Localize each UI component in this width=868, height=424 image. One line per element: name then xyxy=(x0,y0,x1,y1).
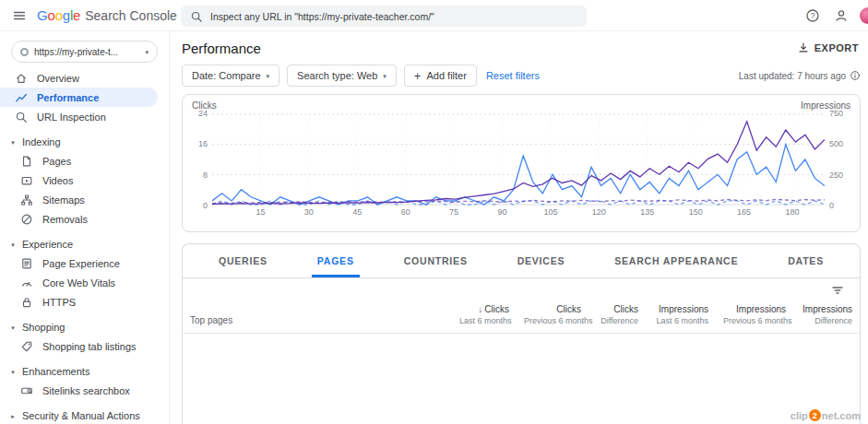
sidebar-item-sitemaps[interactable]: Sitemaps xyxy=(0,190,158,209)
sidebar-item-page-experience[interactable]: Page Experience xyxy=(0,253,158,273)
download-icon xyxy=(797,41,810,54)
tab-pages[interactable]: PAGES xyxy=(312,244,360,277)
sidebar-section-indexing[interactable]: ▾Indexing xyxy=(0,133,169,151)
column-header-impressions-previous-6-months[interactable]: ImpressionsPrevious 6 months xyxy=(716,302,793,334)
sitemaps-icon xyxy=(20,194,33,206)
lock-icon xyxy=(20,296,33,309)
sidebar-item-pages[interactable]: Pages xyxy=(0,151,158,171)
sort-descending-icon[interactable]: ↓ xyxy=(478,304,482,314)
info-icon[interactable] xyxy=(850,70,861,81)
x-tick-label: 90 xyxy=(498,207,507,217)
filter-chip-search-type-web[interactable]: Search type: Web▾ xyxy=(287,65,397,87)
metric-cell: 135 xyxy=(589,334,646,424)
chart-body: 241680 7505002500 xyxy=(192,113,850,206)
sidebar-section-experience[interactable]: ▾Experience xyxy=(0,235,169,253)
y-tick-label: 250 xyxy=(829,171,843,180)
sidebar-section-enhancements[interactable]: ▾Enhancements xyxy=(0,362,169,381)
chip-label: Date: Compare xyxy=(192,70,261,81)
table-toolbar xyxy=(183,278,860,302)
sidebar-item-overview[interactable]: Overview xyxy=(0,68,158,88)
performance-chart[interactable] xyxy=(212,113,825,206)
column-header-clicks-difference[interactable]: ClicksDifference xyxy=(589,302,646,334)
dimension-tabs: QUERIESPAGESCOUNTRIESDEVICESSEARCH APPEA… xyxy=(183,244,860,278)
sidebar-item-removals[interactable]: Removals xyxy=(0,209,158,229)
x-tick-label: 60 xyxy=(401,207,410,217)
column-header-top-pages[interactable]: Top pages xyxy=(183,302,452,334)
clip2net-watermark: clip2net.com xyxy=(791,409,861,421)
y-tick-label: 24 xyxy=(198,109,208,118)
sidebar-section-label: Indexing xyxy=(22,136,61,147)
performance-table-card: QUERIESPAGESCOUNTRIESDEVICESSEARCH APPEA… xyxy=(182,243,861,424)
search-input[interactable] xyxy=(210,11,577,22)
table-filter-icon[interactable] xyxy=(830,283,845,298)
sidebar-item-videos[interactable]: Videos xyxy=(0,171,158,190)
account-settings-button[interactable] xyxy=(831,6,851,26)
app-logo[interactable]: Google Search Console xyxy=(37,7,177,23)
metric-cell: 160 xyxy=(452,334,517,424)
sidebar-item-label: Overview xyxy=(37,73,79,84)
table-row[interactable]: https://my-private-teacher.com/160251351… xyxy=(183,334,860,424)
column-header-impressions-difference[interactable]: ImpressionsDifference xyxy=(793,302,860,334)
tab-countries[interactable]: COUNTRIES xyxy=(398,244,473,277)
tab-dates[interactable]: DATES xyxy=(782,244,829,277)
sidebar-item-core-web-vitals[interactable]: Core Web Vitals xyxy=(0,273,158,292)
export-button[interactable]: EXPORT xyxy=(797,41,861,54)
x-tick-label: 120 xyxy=(592,207,606,217)
sidebar-item-label: URL Inspection xyxy=(37,112,106,123)
filter-chips: Date: Compare▾Search type: Web▾+Add filt… xyxy=(182,65,477,87)
search-icon xyxy=(15,111,28,124)
filter-chip-add-filter[interactable]: +Add filter xyxy=(404,65,477,87)
avatar[interactable] xyxy=(860,7,868,24)
y-axis-right: 7505002500 xyxy=(825,113,850,206)
sidebar-item-label: Sitemaps xyxy=(42,194,85,206)
url-inspect-search[interactable] xyxy=(181,6,587,27)
y-tick-label: 750 xyxy=(829,109,843,118)
performance-icon xyxy=(15,91,28,104)
topbar-actions: ? xyxy=(803,6,868,26)
filter-bar: Date: Compare▾Search type: Web▾+Add filt… xyxy=(182,65,861,87)
sidebar-section-security-manual-actions[interactable]: ▸Security & Manual Actions xyxy=(0,406,169,424)
help-button[interactable]: ? xyxy=(803,6,823,26)
tab-search-appearance[interactable]: SEARCH APPEARANCE xyxy=(609,244,743,277)
chip-label: Search type: Web xyxy=(297,70,377,81)
sidebar-item-label: Sitelinks searchbox xyxy=(42,385,130,396)
y-tick-label: 8 xyxy=(203,171,208,180)
page-url-cell[interactable]: https://my-private-teacher.com/ xyxy=(183,334,452,424)
reset-filters-link[interactable]: Reset filters xyxy=(486,70,540,81)
chevron-down-icon: ▾ xyxy=(9,241,17,248)
sidebar-item-https[interactable]: HTTPS xyxy=(0,292,158,312)
pages-icon xyxy=(20,155,33,168)
column-header-impressions-last-6-months[interactable]: ImpressionsLast 6 months xyxy=(646,302,716,334)
x-axis-labels: 153045607590105120135150165180 xyxy=(212,207,825,219)
y-tick-label: 16 xyxy=(198,139,208,148)
sidebar-section-label: Experience xyxy=(22,239,73,250)
removals-icon xyxy=(20,213,33,226)
sidebar: https://my-private-t... ▾ OverviewPerfor… xyxy=(0,31,170,424)
sidebar-item-url-inspection[interactable]: URL Inspection xyxy=(0,107,158,126)
x-tick-label: 165 xyxy=(737,207,751,217)
filter-chip-date-compare[interactable]: Date: Compare▾ xyxy=(182,65,279,87)
chevron-down-icon: ▾ xyxy=(145,49,149,55)
sidebar-item-performance[interactable]: Performance xyxy=(0,88,158,107)
property-selector[interactable]: https://my-private-t... ▾ xyxy=(11,41,158,63)
export-label: EXPORT xyxy=(814,42,859,53)
sidebar-item-sitelinks-searchbox[interactable]: Sitelinks searchbox xyxy=(0,381,158,400)
chevron-down-icon: ▾ xyxy=(9,369,17,375)
column-header-clicks-previous-6-months[interactable]: ClicksPrevious 6 months xyxy=(517,302,589,334)
tab-devices[interactable]: DEVICES xyxy=(512,244,571,277)
sidebar-section-shopping[interactable]: ▾Shopping xyxy=(0,318,169,336)
sidebar-item-label: Pages xyxy=(42,156,71,167)
account-settings-icon xyxy=(834,8,849,23)
hamburger-menu-button[interactable] xyxy=(7,4,31,28)
svg-text:?: ? xyxy=(811,11,815,20)
menu-icon xyxy=(12,8,27,23)
sidebar-item-shopping-tab-listings[interactable]: Shopping tab listings xyxy=(0,336,158,356)
x-tick-label: 75 xyxy=(449,207,458,217)
column-header-clicks-last-6-months[interactable]: ↓ClicksLast 6 months xyxy=(452,302,517,334)
help-icon: ? xyxy=(805,8,820,23)
x-tick-label: 150 xyxy=(689,207,703,217)
tab-queries[interactable]: QUERIES xyxy=(213,244,273,277)
chevron-right-icon: ▸ xyxy=(9,413,17,419)
videos-icon xyxy=(20,174,33,187)
performance-chart-card: Clicks Impressions 241680 7505002500 153… xyxy=(182,94,861,232)
